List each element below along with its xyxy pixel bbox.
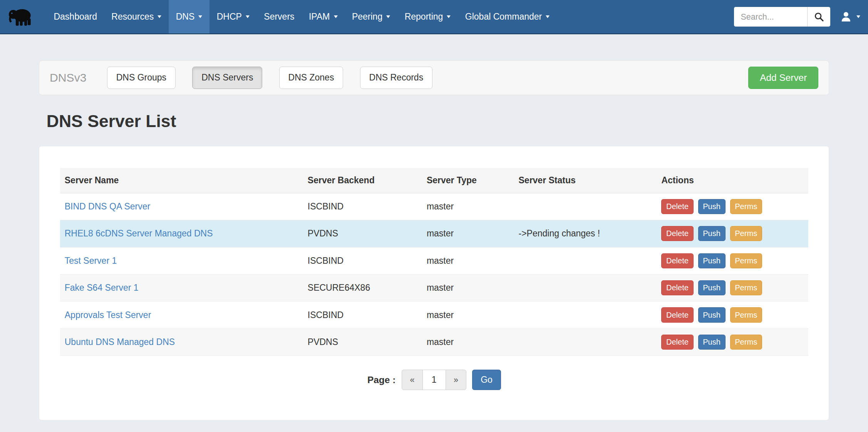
search-box [734, 7, 830, 26]
go-button[interactable]: Go [472, 370, 501, 390]
server-backend-cell: ISCBIND [303, 193, 422, 220]
push-button[interactable]: Push [698, 280, 726, 295]
user-menu[interactable] [840, 11, 860, 23]
perms-button[interactable]: Perms [730, 199, 762, 214]
pagination: Page : « » Go [60, 370, 808, 408]
page-label: Page : [367, 375, 395, 385]
server-status-cell [514, 301, 657, 328]
server-backend-cell: PVDNS [303, 328, 422, 355]
server-type-cell: master [422, 328, 514, 355]
prev-page-button[interactable]: « [402, 370, 423, 390]
search-icon [814, 12, 824, 22]
nav-item-resources[interactable]: Resources [104, 0, 169, 33]
search-input[interactable] [734, 7, 807, 26]
push-button[interactable]: Push [698, 253, 726, 268]
table-header-row: Server Name Server Backend Server Type S… [60, 168, 808, 193]
server-table: Server Name Server Backend Server Type S… [60, 168, 808, 356]
perms-button[interactable]: Perms [730, 280, 762, 295]
chevron-down-icon [856, 15, 860, 18]
server-backend-cell: ISCBIND [303, 301, 422, 328]
nav-item-dashboard[interactable]: Dashboard [47, 0, 104, 33]
col-server-status: Server Status [514, 168, 657, 193]
delete-button[interactable]: Delete [661, 335, 693, 350]
chevron-down-icon [546, 15, 550, 18]
table-row: Fake S64 Server 1 SECURE64X86 master Del… [60, 274, 808, 301]
perms-button[interactable]: Perms [730, 335, 762, 350]
nav-item-global-commander[interactable]: Global Commander [458, 0, 557, 33]
push-button[interactable]: Push [698, 307, 726, 322]
chevron-down-icon [447, 15, 451, 18]
col-actions: Actions [657, 168, 808, 193]
delete-button[interactable]: Delete [661, 280, 693, 295]
chevron-down-icon [386, 15, 390, 18]
perms-button[interactable]: Perms [730, 253, 762, 268]
nav-item-reporting[interactable]: Reporting [397, 0, 458, 33]
delete-button[interactable]: Delete [661, 307, 693, 322]
nav-item-servers[interactable]: Servers [257, 0, 302, 33]
server-backend-cell: ISCBIND [303, 247, 422, 274]
server-name-link[interactable]: RHEL8 6cDNS Server Managed DNS [65, 228, 213, 238]
chevron-down-icon [198, 15, 202, 18]
server-type-cell: master [422, 274, 514, 301]
dnsv3-label: DNSv3 [50, 71, 87, 84]
push-button[interactable]: Push [698, 335, 726, 350]
search-button[interactable] [807, 7, 830, 26]
col-server-backend: Server Backend [303, 168, 422, 193]
next-page-button[interactable]: » [446, 370, 467, 390]
tab-dns-records[interactable]: DNS Records [360, 67, 433, 89]
table-row: BIND DNS QA Server ISCBIND master Delete… [60, 193, 808, 220]
delete-button[interactable]: Delete [661, 226, 693, 241]
delete-button[interactable]: Delete [661, 253, 693, 268]
main-nav: Dashboard Resources DNS DHCP Servers IPA… [47, 0, 557, 33]
nav-item-dns[interactable]: DNS [169, 0, 209, 33]
navbar-right [734, 0, 860, 33]
chevron-down-icon [246, 15, 250, 18]
server-backend-cell: SECURE64X86 [303, 274, 422, 301]
chevron-down-icon [334, 15, 338, 18]
col-server-type: Server Type [422, 168, 514, 193]
server-list-panel: Server Name Server Backend Server Type S… [39, 146, 829, 420]
table-row: RHEL8 6cDNS Server Managed DNS PVDNS mas… [60, 220, 808, 247]
server-name-link[interactable]: Fake S64 Server 1 [65, 283, 139, 293]
server-backend-cell: PVDNS [303, 220, 422, 247]
server-status-cell [514, 193, 657, 220]
mammoth-logo-icon[interactable] [8, 0, 34, 33]
perms-button[interactable]: Perms [730, 226, 762, 241]
push-button[interactable]: Push [698, 199, 726, 214]
server-name-link[interactable]: Ubuntu DNS Managed DNS [65, 337, 175, 347]
pager-group: « » [402, 370, 466, 390]
server-name-link[interactable]: Test Server 1 [65, 256, 117, 266]
server-name-link[interactable]: BIND DNS QA Server [65, 201, 150, 211]
table-row: Approvals Test Server ISCBIND master Del… [60, 301, 808, 328]
app: Dashboard Resources DNS DHCP Servers IPA… [0, 0, 868, 432]
tab-dns-zones[interactable]: DNS Zones [279, 67, 344, 89]
user-icon [840, 11, 852, 23]
nav-item-dhcp[interactable]: DHCP [209, 0, 257, 33]
server-type-cell: master [422, 193, 514, 220]
tab-dns-groups[interactable]: DNS Groups [107, 67, 176, 89]
nav-item-peering[interactable]: Peering [345, 0, 397, 33]
col-server-name: Server Name [60, 168, 303, 193]
server-status-cell [514, 328, 657, 355]
server-type-cell: master [422, 247, 514, 274]
server-status-cell [514, 274, 657, 301]
tab-dns-servers[interactable]: DNS Servers [192, 67, 262, 89]
perms-button[interactable]: Perms [730, 307, 762, 322]
nav-item-ipam[interactable]: IPAM [302, 0, 345, 33]
navbar: Dashboard Resources DNS DHCP Servers IPA… [0, 0, 868, 34]
table-row: Ubuntu DNS Managed DNS PVDNS master Dele… [60, 328, 808, 355]
server-status-cell: ->Pending changes ! [514, 220, 657, 247]
push-button[interactable]: Push [698, 226, 726, 241]
server-type-cell: master [422, 301, 514, 328]
chevron-down-icon [158, 15, 161, 18]
delete-button[interactable]: Delete [661, 199, 693, 214]
page-title: DNS Server List [39, 112, 829, 131]
table-row: Test Server 1 ISCBIND master Delete Push… [60, 247, 808, 274]
server-name-link[interactable]: Approvals Test Server [65, 310, 151, 320]
dnsv3-toolbar: DNSv3 DNS Groups DNS Servers DNS Zones D… [39, 60, 829, 95]
server-status-cell [514, 247, 657, 274]
add-server-button[interactable]: Add Server [748, 67, 818, 89]
server-type-cell: master [422, 220, 514, 247]
page-number-input[interactable] [423, 370, 446, 390]
